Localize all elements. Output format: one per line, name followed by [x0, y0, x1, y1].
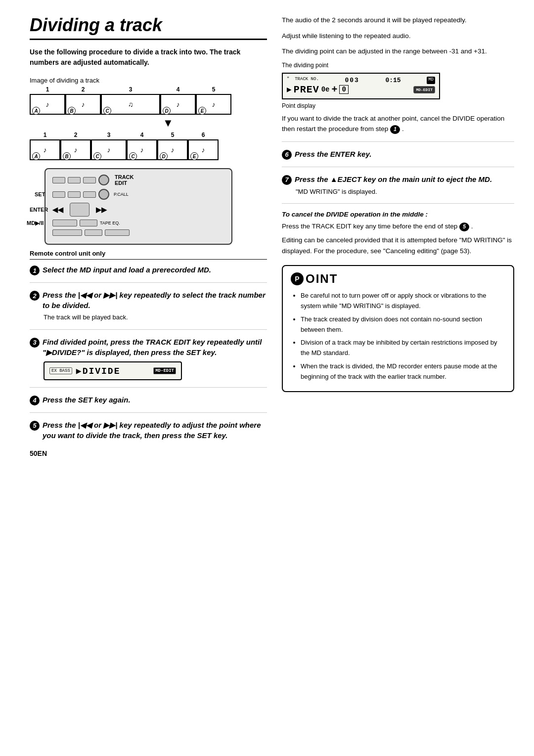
- track-num-5: 5: [212, 86, 216, 93]
- step-3-number: 3: [30, 338, 40, 348]
- bot-track-row: ♪ A ♪ B ♪ C ♪ C ♪ D: [30, 139, 267, 160]
- top-track-numbers: 1 2 3 4 5: [30, 86, 267, 93]
- display-track-label: " TRACK NO.: [287, 77, 319, 84]
- cancel-step-ref: 5: [459, 222, 469, 231]
- step-2-header: 2 Press the |◀◀ or ▶▶| key repeatedly to…: [30, 290, 267, 311]
- track-num-1: 1: [46, 86, 49, 93]
- page-num-suffix: EN: [38, 449, 47, 457]
- page-container: Dividing a track Use the following proce…: [0, 0, 534, 756]
- para4-step-ref: 1: [390, 125, 400, 134]
- display-time: 0:15: [385, 77, 400, 84]
- step-1-text: Select the MD input and load a prerecord…: [43, 265, 211, 275]
- enter-btn: [70, 203, 89, 217]
- note-icon-4: ♪: [177, 100, 180, 108]
- track-edit-label: TRACKEDIT: [115, 174, 134, 186]
- right-para-1: The audio of the 2 seconds around it wil…: [282, 15, 514, 26]
- device-row-3: ◀◀ ▶▶ ENTER: [52, 203, 224, 217]
- note-icon-5: ♪: [212, 100, 216, 108]
- device-row-2: SET P.CALL: [52, 189, 224, 200]
- right-divider-1: [282, 141, 514, 142]
- image-label: Image of dividing a track: [30, 77, 267, 84]
- vol-btn: [105, 229, 130, 236]
- track-num-2: 2: [82, 86, 85, 93]
- right-column: The audio of the 2 seconds around it wil…: [282, 15, 514, 741]
- display-line2: ▶ PREV 0e + 0 MD-EDIT: [287, 84, 435, 95]
- bot-num-3: 3: [107, 132, 111, 138]
- point-item-1: Be careful not to turn power off or appl…: [301, 291, 505, 311]
- dev-btn-3: [83, 177, 96, 183]
- page-title: Dividing a track: [30, 15, 267, 40]
- note-icon-1: ♪: [46, 100, 49, 108]
- step-1-header: 1 Select the MD input and load a prereco…: [30, 265, 267, 275]
- md-label: MD▶/II: [27, 220, 44, 226]
- point-item-4: When the track is divided, the MD record…: [301, 361, 505, 382]
- cancel-section: To cancel the DIVIDE operation in the mi…: [282, 211, 514, 256]
- dev-btn-1: [52, 177, 65, 183]
- step-7-number: 7: [282, 175, 292, 185]
- track-label-d: D: [163, 107, 171, 115]
- track-block-1: ♪ A: [30, 94, 65, 115]
- cancel-para-2: Editing can be canceled provided that it…: [282, 235, 514, 256]
- display-plus: +: [331, 84, 337, 95]
- bot-label-c1: C: [93, 152, 101, 160]
- step-6-number: 6: [282, 150, 292, 160]
- step-7-text: Press the ▲EJECT key on the main unit to…: [295, 174, 492, 184]
- track-block-3: ♫ C: [101, 94, 160, 115]
- step-4-number: 4: [30, 396, 40, 405]
- bot-label-b: B: [63, 152, 71, 160]
- intro-text: Use the following procedure to divide a …: [30, 47, 267, 68]
- bot-track-3: ♪ C: [91, 139, 127, 160]
- bot-track-1: ♪ A: [30, 139, 60, 160]
- note-icon-2: ♪: [82, 100, 85, 108]
- note-icon-3: ♫: [128, 100, 134, 108]
- step-3-text: Find divided point, press the TRACK EDIT…: [43, 337, 267, 357]
- remote-label: Remote control unit only: [30, 250, 267, 260]
- top-track-row: ♪ A ♪ B ♫ C ♪ D ♪ E: [30, 94, 267, 115]
- page-number: 50EN: [30, 449, 267, 457]
- track-block-4: ♪ D: [160, 94, 196, 115]
- point-item-3: Division of a track may be inhibited by …: [301, 338, 505, 358]
- divider-3: [30, 387, 267, 388]
- dev-btn-set-3: [83, 191, 96, 198]
- track-label-c: C: [103, 107, 111, 115]
- divider-2: [30, 329, 267, 330]
- dev-btn-set-1: [52, 191, 65, 198]
- step-2-sub: The track will be played back.: [44, 312, 267, 322]
- display-track-num: 003: [345, 77, 359, 84]
- step-6: 6 Press the ENTER key.: [282, 149, 514, 160]
- tape2-btn: [85, 229, 102, 236]
- dev-knob-1: [98, 175, 109, 185]
- page-num-value: 50: [30, 449, 38, 457]
- track-block-2: ♪ B: [65, 94, 101, 115]
- md-badge: MD: [427, 77, 435, 84]
- skip-fwd-icon: ▶▶: [96, 206, 107, 214]
- bot-label-d: D: [160, 152, 168, 160]
- md-btn: [52, 220, 77, 226]
- cancel-title: To cancel the DIVIDE operation in the mi…: [282, 211, 514, 218]
- display-num-1: 0e: [321, 86, 330, 93]
- device-row-1: TRACKEDIT: [52, 174, 224, 186]
- divide-display-box: EX BASS ▶DIVIDE MD-EDIT: [44, 361, 182, 380]
- bot-track-6: ♪ E: [188, 139, 219, 160]
- track-diagram: Image of dividing a track 1 2 3 4 5 ♪ A …: [30, 77, 267, 160]
- md-edit-display-badge: MD-EDIT: [413, 86, 435, 93]
- set-label: SET: [35, 191, 45, 197]
- display-num-2: 0: [339, 85, 348, 94]
- track-label-a: A: [32, 107, 40, 115]
- prev-text: PREV: [294, 84, 319, 95]
- step-7-header: 7 Press the ▲EJECT key on the main unit …: [282, 174, 514, 185]
- point-item-2: The track created by division does not c…: [301, 314, 505, 335]
- divider-4: [30, 412, 267, 413]
- bot-num-1: 1: [44, 132, 47, 138]
- dev-knob-2: [98, 189, 109, 200]
- md-edit-badge: MD-EDIT: [153, 367, 176, 374]
- stop-btn: [52, 229, 82, 236]
- track-label-e: E: [198, 107, 206, 115]
- bot-num-2: 2: [74, 132, 78, 138]
- dividing-point-label: The dividing point: [282, 62, 514, 69]
- bot-track-numbers: 1 2 3 4 5 6: [30, 132, 267, 138]
- right-para-3: The dividing point can be adjusted in th…: [282, 46, 514, 57]
- point-list: Be careful not to turn power off or appl…: [291, 291, 505, 382]
- divide-arrow: ▼: [69, 117, 267, 130]
- step-3-header: 3 Find divided point, press the TRACK ED…: [30, 337, 267, 357]
